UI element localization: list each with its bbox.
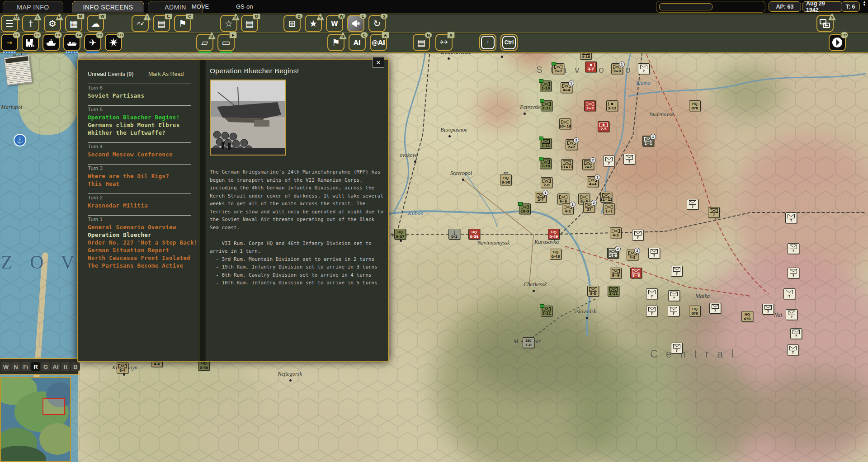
unknown-enemy-unit[interactable]: ?: [668, 306, 679, 316]
toolbar2-next-screen-icon[interactable]: F12: [829, 34, 846, 51]
toolbar2-shift-key-icon[interactable]: ↑: [479, 34, 496, 51]
toolbar1-weather-icon[interactable]: ☁W: [87, 15, 104, 32]
unknown-enemy-unit[interactable]: ?: [709, 303, 721, 314]
unit-counter[interactable]: 4-10: [580, 53, 592, 60]
unknown-enemy-unit[interactable]: ?: [788, 268, 799, 278]
theater-chip-b[interactable]: B: [71, 362, 80, 371]
toolbar1-map-statistics-icon[interactable]: ▦M: [65, 15, 82, 32]
unit-counter[interactable]: 8=8: [630, 268, 642, 278]
unknown-enemy-unit[interactable]: ?: [638, 63, 650, 74]
unknown-enemy-unit[interactable]: ?: [648, 248, 660, 259]
event-list-item[interactable]: Krasnodar Militia: [88, 202, 191, 209]
theater-chip-n[interactable]: N: [11, 362, 20, 371]
toolbar1-decisions-icon[interactable]: ☆D: [220, 15, 237, 32]
toolbar2-notes-icon[interactable]: ▤N: [413, 34, 430, 51]
theater-chip-fi[interactable]: Fi: [21, 362, 30, 371]
scroll-arrows-icon[interactable]: ▲▼: [862, 1, 867, 13]
toolbar1-briefing-globe-icon[interactable]: ⊞B: [283, 15, 301, 32]
toolbar1-wiki-icon[interactable]: WW: [326, 15, 343, 32]
hq-unit[interactable]: HQ0?0: [689, 306, 701, 316]
event-list-item[interactable]: Second Moscow Conference: [88, 151, 191, 158]
unit-counter[interactable]: 6=6: [557, 193, 569, 204]
toolbar2-objectives-flags-icon[interactable]: ⚑G: [327, 34, 344, 51]
toolbar1-events-popup-icon[interactable]: E: [347, 15, 364, 32]
toolbar1-replay-icon[interactable]: ↻S: [368, 15, 386, 32]
unit-counter[interactable]: 4-21: [562, 203, 574, 214]
tab-map-info[interactable]: MAP INFO: [3, 1, 63, 13]
unit-counter[interactable]: 2=22: [566, 139, 577, 150]
toolbar2-move-mode-icon[interactable]: →F1: [1, 34, 18, 51]
unit-counter[interactable]: 2-11: [541, 100, 552, 111]
unknown-enemy-unit[interactable]: ?: [646, 306, 658, 316]
unit-counter[interactable]: ↓0-1: [448, 229, 460, 240]
event-list-item[interactable]: This Heat: [88, 180, 191, 188]
unknown-enemy-unit[interactable]: ?: [671, 266, 683, 277]
unit-counter[interactable]: 4-7: [585, 61, 597, 72]
hq-unit[interactable]: HQ0?0: [689, 100, 701, 111]
unknown-enemy-unit[interactable]: ?: [787, 344, 799, 355]
unit-counter[interactable]: 4-2: [610, 227, 622, 238]
newspaper-event-icon[interactable]: [4, 55, 32, 85]
unit-counter[interactable]: 2-11: [540, 138, 552, 149]
toolbar2-naval-boxes-icon[interactable]: ▱B: [196, 34, 213, 51]
toolbar2-ctrl-key-icon[interactable]: Ctrl: [500, 34, 518, 51]
unit-counter[interactable]: 10-3: [519, 203, 531, 214]
toolbar1-switch-screens-icon[interactable]: S: [816, 15, 834, 32]
toolbar2-air-missions-icon[interactable]: ✈✈X: [435, 34, 453, 51]
unit-counter[interactable]: 4=41: [561, 82, 572, 93]
event-list-item[interactable]: Where are the Oil Rigs?: [88, 172, 191, 180]
event-list-item[interactable]: North Caucasus Front Isolated: [88, 254, 191, 262]
unknown-enemy-unit[interactable]: ?: [785, 212, 797, 223]
event-list-item[interactable]: Whither the Luftwaffe?: [88, 129, 191, 137]
unit-counter[interactable]: 2-71: [535, 192, 547, 203]
unit-counter[interactable]: 2?2: [583, 202, 595, 212]
unit-counter[interactable]: 3=3: [584, 100, 596, 111]
unknown-enemy-unit[interactable]: ?: [646, 288, 658, 299]
theater-chip-w[interactable]: W: [1, 362, 10, 371]
unit-counter[interactable]: 9-5: [587, 286, 599, 297]
mark-as-read-button[interactable]: Mark As Read: [148, 71, 184, 77]
unknown-enemy-unit[interactable]: ?: [687, 199, 698, 210]
unit-counter[interactable]: 1-10: [540, 80, 552, 91]
unit-counter[interactable]: ?: [708, 207, 720, 218]
toolbar1-events-report-icon[interactable]: ▤E: [153, 15, 170, 32]
unit-counter[interactable]: 9=91: [611, 63, 623, 74]
toolbar1-scenario-briefing-icon[interactable]: ⚑C: [174, 15, 191, 32]
event-list-item[interactable]: Order No. 227 'Not a Step Back!': [88, 239, 191, 246]
unit-counter[interactable]: 2-11: [608, 286, 619, 297]
unknown-enemy-unit[interactable]: ?: [632, 230, 644, 240]
toolbar2-rail-transport-mode-icon[interactable]: F2: [22, 34, 39, 51]
toolbar1-losses-icon[interactable]: †L: [22, 15, 39, 32]
unknown-enemy-unit[interactable]: ?: [668, 290, 680, 301]
gs-toggle[interactable]: GS-on: [236, 3, 253, 10]
theater-chip-it[interactable]: It: [61, 362, 70, 371]
unit-counter[interactable]: 6-4: [117, 363, 128, 373]
unknown-enemy-unit[interactable]: ?: [786, 309, 797, 320]
hq-unit[interactable]: HQ0-37: [394, 229, 406, 240]
toolbar2-freight-icon[interactable]: ▭F: [217, 34, 235, 51]
toolbar1-order-of-battle-icon[interactable]: ☰O: [1, 15, 18, 32]
event-list-item[interactable]: The Partisans Become Active: [88, 262, 191, 269]
event-list-item[interactable]: Operation Bluecher Begins!: [88, 113, 191, 121]
unit-counter[interactable]: 11=11: [561, 159, 573, 170]
hq-unit[interactable]: HQ0-50xxx: [500, 174, 512, 185]
unknown-enemy-unit[interactable]: ?: [788, 243, 799, 254]
unit-counter[interactable]: 2=22: [582, 159, 594, 170]
unknown-enemy-unit[interactable]: ?: [603, 156, 615, 166]
theater-chip-af[interactable]: Af: [51, 362, 60, 371]
unit-counter[interactable]: 2-10: [540, 158, 552, 169]
unit-counter[interactable]: 11=11: [600, 192, 612, 203]
toolbar2-ai-command-icon[interactable]: AIC: [349, 34, 366, 51]
unit-counter[interactable]: 4=41: [587, 176, 599, 187]
unknown-enemy-unit[interactable]: ?: [623, 154, 635, 165]
toolbar1-preferences-icon[interactable]: ⚙P: [44, 15, 61, 32]
unknown-enemy-unit[interactable]: ?: [671, 343, 683, 354]
hq-unit[interactable]: HQ0-48: [550, 249, 561, 259]
close-icon[interactable]: ✕: [373, 57, 384, 68]
unit-counter[interactable]: SEC1-0: [523, 337, 534, 348]
minimap[interactable]: [0, 377, 71, 462]
tab-info-screens[interactable]: INFO SCREENS: [72, 1, 144, 13]
unknown-enemy-unit[interactable]: ?: [790, 328, 802, 339]
toolbar2-air-drop-mode-icon[interactable]: ✈F9: [84, 34, 101, 51]
unit-counter[interactable]: 10=10: [559, 118, 571, 129]
